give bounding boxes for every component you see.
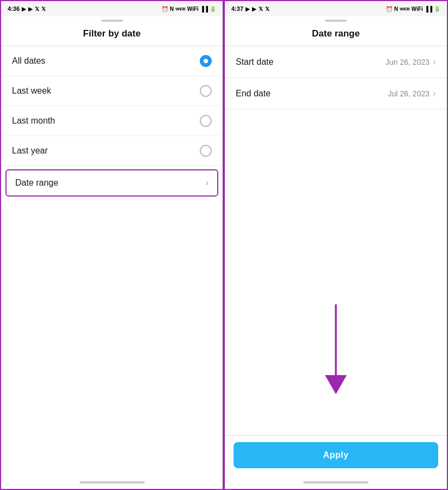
date-range-title: Date range <box>225 24 447 46</box>
twitter-icon: 𝕏 <box>35 6 39 12</box>
right-nfc-icon: N <box>394 6 398 12</box>
left-time: 4:36 <box>8 5 20 12</box>
nfc-icon: N <box>170 6 174 12</box>
svg-marker-1 <box>325 375 347 394</box>
signal-icon: ▐▐ <box>200 6 208 12</box>
youtube-icon: ▶ <box>22 6 26 12</box>
end-date-value-group: Jul 26, 2023 › <box>388 88 436 99</box>
filter-by-date-title: Filter by date <box>1 24 223 46</box>
right-status-left: 4:37 ▶ ▶ 𝕏 𝕏 <box>231 5 269 12</box>
start-date-value-group: Jun 26, 2023 › <box>385 56 436 68</box>
date-range-chevron: › <box>206 178 208 188</box>
filter-item-last-month[interactable]: Last month <box>1 106 223 136</box>
youtube-icon-2: ▶ <box>28 6 33 12</box>
end-date-label: End date <box>236 89 271 99</box>
right-time: 4:37 <box>231 5 243 12</box>
all-dates-label: All dates <box>12 56 45 66</box>
right-youtube-icon-2: ▶ <box>252 6 256 12</box>
filter-item-date-range[interactable]: Date range › <box>5 169 218 197</box>
web-icon: WEB <box>175 7 186 11</box>
twitter-icon-2: 𝕏 <box>41 6 46 12</box>
filter-item-last-week[interactable]: Last week <box>1 76 223 106</box>
right-status-bar: 4:37 ▶ ▶ 𝕏 𝕏 ⏰ N WEB WiFi ▐▐ 🔋 <box>225 1 447 16</box>
end-date-value: Jul 26, 2023 <box>388 89 429 98</box>
filter-item-all-dates[interactable]: All dates <box>1 46 223 76</box>
last-year-radio[interactable] <box>200 145 212 157</box>
last-year-label: Last year <box>12 146 48 156</box>
filter-list: All dates Last week Last month Last year… <box>1 46 223 477</box>
apply-area: Apply <box>225 435 447 477</box>
right-top-handle <box>325 20 347 22</box>
right-status-right: ⏰ N WEB WiFi ▐▐ 🔋 <box>386 6 440 12</box>
left-phone-screen: 4:36 ▶ ▶ 𝕏 𝕏 ⏰ N WEB WiFi ▐▐ 🔋 Filter by… <box>0 0 224 490</box>
apply-button[interactable]: Apply <box>234 442 438 468</box>
start-date-label: Start date <box>236 57 273 67</box>
right-alarm-icon: ⏰ <box>386 6 392 12</box>
all-dates-radio[interactable] <box>200 55 212 67</box>
arrow-annotation <box>225 109 447 435</box>
right-wifi-icon: WiFi <box>412 6 423 12</box>
start-date-value: Jun 26, 2023 <box>385 58 429 66</box>
last-week-label: Last week <box>12 86 51 96</box>
left-status-bar: 4:36 ▶ ▶ 𝕏 𝕏 ⏰ N WEB WiFi ▐▐ 🔋 <box>1 1 223 16</box>
right-web-icon: WEB <box>400 7 410 11</box>
start-date-row[interactable]: Start date Jun 26, 2023 › <box>225 46 447 78</box>
annotation-arrow-svg <box>320 304 352 402</box>
left-status-right: ⏰ N WEB WiFi ▐▐ 🔋 <box>162 6 216 12</box>
right-twitter-icon-2: 𝕏 <box>265 6 269 12</box>
end-date-row[interactable]: End date Jul 26, 2023 › <box>225 78 447 109</box>
right-youtube-icon: ▶ <box>246 6 250 12</box>
start-date-chevron: › <box>433 56 436 68</box>
left-status-left: 4:36 ▶ ▶ 𝕏 𝕏 <box>8 5 46 12</box>
top-handle <box>101 20 123 22</box>
wifi-icon: WiFi <box>187 6 199 12</box>
right-signal-icon: ▐▐ <box>425 6 432 12</box>
right-bottom-handle <box>303 481 369 483</box>
right-twitter-icon: 𝕏 <box>259 6 263 12</box>
right-battery-icon: 🔋 <box>434 6 440 12</box>
date-range-label: Date range <box>15 178 58 188</box>
end-date-chevron: › <box>433 88 436 99</box>
filter-item-last-year[interactable]: Last year <box>1 136 223 166</box>
last-month-label: Last month <box>12 116 55 126</box>
last-month-radio[interactable] <box>200 115 212 127</box>
left-bottom-handle <box>79 481 145 483</box>
battery-icon: 🔋 <box>210 6 216 12</box>
right-phone-screen: 4:37 ▶ ▶ 𝕏 𝕏 ⏰ N WEB WiFi ▐▐ 🔋 Date rang… <box>224 0 448 490</box>
last-week-radio[interactable] <box>200 85 212 97</box>
alarm-icon: ⏰ <box>162 6 168 12</box>
